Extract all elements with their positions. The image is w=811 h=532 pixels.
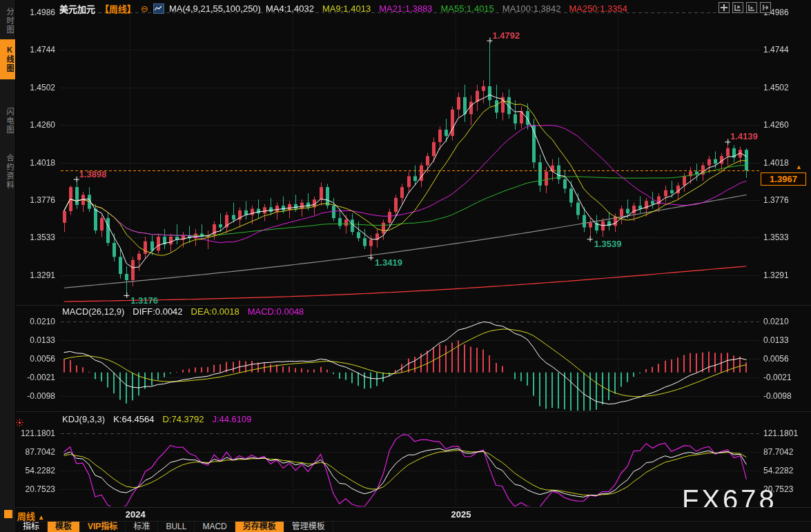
- period-tag[interactable]: 【周线】: [100, 2, 136, 15]
- ma-value: MA55:1.4015: [440, 3, 494, 14]
- axis-tick-label: 1.4018: [15, 158, 55, 168]
- axis-tick-label: 20.7523: [763, 484, 793, 494]
- toolbar-button-8[interactable]: 管理模板: [284, 522, 333, 532]
- axis-tick-label: 1.3533: [763, 233, 789, 242]
- kdj-values-list: K:64.4564D:74.3792J:44.6109: [113, 414, 251, 424]
- macd-value: DEA:0.0018: [191, 306, 240, 317]
- swing-high-label: 1.4792: [492, 31, 520, 40]
- axis-tick-label: 1.4260: [763, 120, 789, 130]
- swing-low-label: 1.3176: [130, 296, 158, 305]
- axis-tick-label: 54.2282: [15, 466, 55, 475]
- axis-tick-label: 121.1801: [763, 428, 798, 438]
- axis-tick-label: -0.0098: [763, 391, 792, 401]
- axis-tick-label: 1.4744: [15, 45, 55, 55]
- sidebar-tab-4[interactable]: 合约资料: [0, 144, 15, 199]
- swing-high-label: 1.3898: [79, 170, 107, 179]
- axis-tick-label: -0.0098: [15, 391, 55, 401]
- swing-high-label: 1.4139: [730, 132, 758, 141]
- axis-tick-label: 1.4260: [15, 120, 55, 130]
- macd-panel-header: MACD(26,12,9) DIFF:0.0042DEA:0.0018MACD:…: [62, 306, 304, 317]
- axis-tick-label: 1.4502: [763, 83, 789, 92]
- macd-value: MACD:0.0048: [248, 306, 304, 317]
- bottom-template-toolbar: 指标模板VIP指标标准BULLMACD另存模板管理模板: [15, 521, 811, 532]
- step-forward-icon[interactable]: [746, 2, 757, 13]
- axis-tick-label: 1.4986: [15, 8, 55, 17]
- macd-value: DIFF:0.0042: [133, 306, 182, 317]
- corner-indicator[interactable]: [4, 510, 12, 518]
- time-axis-year: 2025: [451, 509, 471, 520]
- ma-indicator-icon[interactable]: [153, 3, 164, 14]
- symbol-name: 美元加元: [59, 2, 95, 15]
- ma-value: MA100:1.3842: [502, 3, 561, 14]
- axis-tick-label: 1.3776: [15, 195, 55, 205]
- toolbar-button-1[interactable]: 指标: [15, 522, 48, 532]
- macd-values-list: DIFF:0.0042DEA:0.0018MACD:0.0048: [133, 306, 304, 317]
- axis-tick-label: 0.0056: [15, 354, 55, 364]
- kdj-alert-icon[interactable]: [16, 417, 23, 429]
- ma-value: MA250:1.3354: [569, 3, 627, 14]
- axis-tick-label: 54.2282: [763, 466, 793, 475]
- ma-value: MA9:1.4013: [322, 3, 371, 14]
- axis-tick-label: 1.4502: [15, 83, 55, 92]
- axis-tick-label: -0.0021: [15, 373, 55, 382]
- axis-tick-label: 87.7042: [15, 447, 55, 457]
- toolbar-button-4[interactable]: 标准: [126, 522, 158, 532]
- axis-tick-label: 1.4744: [763, 45, 789, 55]
- axis-tick-label: 0.0210: [15, 317, 55, 326]
- axis-tick-label: 1.3533: [15, 233, 55, 242]
- toolbar-button-7[interactable]: 另存模板: [235, 522, 284, 532]
- axis-tick-label: 1.3291: [15, 270, 55, 280]
- kdj-value: D:74.3792: [162, 414, 204, 424]
- left-sidebar: 分时图K线图闪电图合约资料: [0, 0, 16, 532]
- ma-values-list: MA4:1.4032MA9:1.4013MA21:1.3883MA55:1.40…: [266, 3, 627, 14]
- sidebar-tab-2[interactable]: K线图: [0, 39, 15, 79]
- axis-tick-label: 0.0133: [15, 335, 55, 345]
- chart-toolbar-icons: [719, 2, 771, 13]
- crosshair-icon[interactable]: [719, 2, 730, 13]
- candlestick-chart-canvas[interactable]: [0, 0, 811, 532]
- ma-value: MA4:1.4032: [266, 3, 314, 14]
- axis-tick-label: 0.0210: [763, 317, 789, 326]
- toolbar-button-2[interactable]: 模板: [48, 522, 80, 532]
- axis-tick-label: 0.0133: [763, 335, 789, 345]
- sidebar-tab-1[interactable]: 分时图: [0, 3, 15, 39]
- collapse-panel-icon[interactable]: ⊖: [141, 4, 148, 13]
- ma-value: MA21:1.3883: [379, 3, 432, 14]
- kdj-title: KDJ(9,3,3): [62, 414, 105, 424]
- axis-tick-label: -0.0021: [763, 373, 792, 382]
- swing-low-label: 1.3539: [594, 239, 622, 248]
- axis-tick-label: 1.3291: [763, 270, 789, 280]
- main-chart-header: 美元加元 【周线】 ⊖ MA(4,9,21,55,100,250) MA4:1.…: [59, 2, 627, 15]
- axis-tick-label: 1.3776: [763, 195, 789, 205]
- axis-tick-label: 0.0056: [763, 354, 789, 364]
- period-arrow-icon: ▲: [38, 513, 45, 521]
- jump-latest-icon[interactable]: [760, 2, 771, 13]
- ma-group-label: MA(4,9,21,55,100,250): [169, 3, 261, 14]
- toolbar-button-5[interactable]: BULL: [158, 522, 195, 532]
- toolbar-button-6[interactable]: MACD: [195, 522, 235, 532]
- swing-low-label: 1.3419: [375, 258, 402, 267]
- kdj-value: J:44.6109: [212, 414, 251, 424]
- axis-tick-label: 1.4018: [763, 158, 789, 168]
- axis-tick-label: 121.1801: [15, 428, 55, 438]
- time-axis-year: 2024: [126, 509, 146, 520]
- sidebar-tab-3[interactable]: 闪电图: [0, 99, 15, 142]
- fit-vertical-icon[interactable]: [732, 2, 743, 13]
- chart-application-window: 分时图K线图闪电图合约资料 美元加元 【周线】 ⊖ MA(4,9,21,55,1…: [0, 0, 811, 532]
- axis-tick-label: 87.7042: [763, 447, 793, 457]
- toolbar-button-3[interactable]: VIP指标: [80, 522, 126, 532]
- axis-tick-label: 20.7523: [15, 484, 55, 494]
- price-up-arrow-icon: ▲: [796, 164, 802, 170]
- current-price-tag: 1.3967: [761, 173, 806, 186]
- kdj-panel-header: KDJ(9,3,3) K:64.4564D:74.3792J:44.6109: [62, 414, 252, 424]
- macd-title: MACD(26,12,9): [62, 306, 124, 317]
- kdj-value: K:64.4564: [113, 414, 154, 424]
